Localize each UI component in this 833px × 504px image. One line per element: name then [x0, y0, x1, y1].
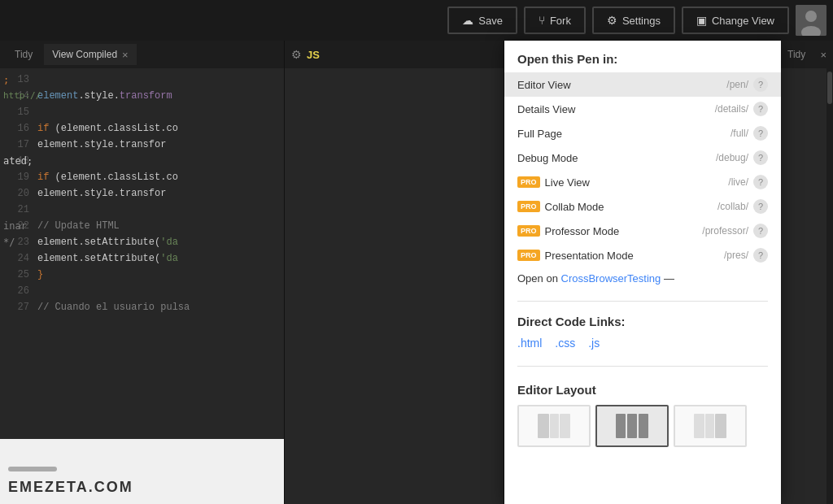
pro-badge: PRO: [517, 250, 540, 261]
code-line: 18: [0, 153, 284, 169]
help-icon[interactable]: ?: [753, 175, 768, 189]
help-icon[interactable]: ?: [753, 102, 768, 116]
dropdown-item-professor-mode[interactable]: PRO Professor Mode /professor/ ?: [504, 219, 781, 243]
settings-button[interactable]: ⚙ Settings: [592, 7, 675, 34]
details-view-path: /details/: [715, 103, 748, 115]
help-icon[interactable]: ?: [753, 77, 768, 92]
js-link[interactable]: .js: [588, 337, 600, 350]
change-view-label: Change View: [712, 15, 774, 27]
live-view-label: Live View: [545, 176, 729, 189]
layout-center-icon: [616, 414, 648, 438]
gear-icon[interactable]: ⚙: [291, 48, 302, 61]
right-panel-header: Tidy ×: [781, 41, 833, 68]
right-tidy-label[interactable]: Tidy: [787, 49, 805, 60]
code-line: 23 element.setAttribute('da: [0, 234, 284, 250]
view-compiled-label: View Compiled: [52, 49, 117, 60]
layout-left-button[interactable]: [517, 405, 591, 447]
full-page-path: /full/: [731, 128, 748, 139]
svg-rect-3: [538, 414, 549, 438]
avatar[interactable]: [796, 5, 826, 36]
right-close-button[interactable]: ×: [820, 49, 826, 61]
pro-badge: PRO: [517, 225, 540, 237]
scrollbar-vertical[interactable]: [826, 68, 833, 504]
site-label: EMEZETA.COM: [8, 479, 133, 496]
code-line: 25 }: [0, 267, 284, 283]
collab-mode-label: Collab Mode: [545, 201, 717, 213]
fork-button[interactable]: ⑂ Fork: [524, 7, 586, 34]
fork-label: Fork: [550, 15, 571, 27]
cross-browser-testing-link[interactable]: CrossBrowserTesting: [561, 272, 661, 285]
dropdown-item-full-page[interactable]: Full Page /full/ ?: [504, 121, 781, 146]
cross-browser-link[interactable]: Open on CrossBrowserTesting —: [504, 267, 781, 294]
preview-strip: EMEZETA.COM: [0, 439, 284, 504]
editor-area: Tidy View Compiled × 13 14 element.style…: [0, 41, 833, 504]
svg-rect-7: [627, 414, 637, 438]
pro-badge: PRO: [517, 176, 540, 188]
svg-rect-6: [616, 414, 626, 438]
code-line: 22 // Update HTML: [0, 218, 284, 234]
divider: [517, 301, 768, 302]
code-line: 15: [0, 104, 284, 120]
divider: [517, 366, 768, 367]
dropdown-item-collab-mode[interactable]: PRO Collab Mode /collab/ ?: [504, 194, 781, 219]
fork-icon: ⑂: [539, 14, 545, 27]
close-button[interactable]: ×: [122, 49, 129, 61]
dropdown-item-presentation-mode[interactable]: PRO Presentation Mode /pres/ ?: [504, 243, 781, 267]
dropdown-item-details-view[interactable]: Details View /details/ ?: [504, 97, 781, 121]
html-link[interactable]: .html: [517, 337, 542, 350]
help-icon[interactable]: ?: [753, 199, 768, 214]
pro-badge: PRO: [517, 201, 540, 212]
dropdown-item-live-view[interactable]: PRO Live View /live/ ?: [504, 170, 781, 194]
open-pen-title: Open this Pen in:: [504, 41, 781, 72]
help-icon[interactable]: ?: [753, 126, 768, 141]
save-button[interactable]: ☁ Save: [447, 7, 517, 34]
code-links-row: .html .css .js: [517, 333, 768, 353]
code-line: 24 element.setAttribute('da: [0, 250, 284, 267]
layout-center-button[interactable]: [595, 405, 669, 447]
scrollbar-horizontal[interactable]: [8, 467, 57, 471]
svg-rect-11: [715, 414, 726, 438]
dropdown-item-debug-mode[interactable]: Debug Mode /debug/ ?: [504, 146, 781, 170]
dropdown-panel: Open this Pen in: Editor View /pen/ ? De…: [504, 41, 781, 504]
settings-label: Settings: [622, 15, 661, 27]
professor-mode-label: Professor Mode: [545, 225, 703, 237]
topbar: ☁ Save ⑂ Fork ⚙ Settings ▣ Change View: [0, 0, 833, 41]
full-page-label: Full Page: [517, 128, 731, 140]
svg-rect-4: [550, 414, 559, 438]
code-line: 26: [0, 283, 284, 299]
code-line: 17 element.style.transfor: [0, 137, 284, 153]
layout-right-button[interactable]: [674, 405, 747, 447]
help-icon[interactable]: ?: [753, 248, 768, 263]
tidy-button[interactable]: Tidy: [7, 44, 41, 65]
js-panel-label: JS: [307, 49, 320, 61]
debug-mode-label: Debug Mode: [517, 152, 716, 164]
presentation-mode-label: Presentation Mode: [545, 250, 724, 262]
help-icon[interactable]: ?: [753, 224, 768, 238]
live-view-path: /live/: [728, 176, 748, 188]
direct-code-title: Direct Code Links:: [517, 315, 768, 328]
change-view-button[interactable]: ▣ Change View: [682, 7, 789, 34]
scrollbar-thumb: [827, 72, 832, 104]
code-line: 14 element.style.transform: [0, 88, 284, 104]
code-line: 16 if (element.classList.co: [0, 120, 284, 137]
professor-mode-path: /professor/: [702, 225, 748, 237]
dropdown-item-editor-view[interactable]: Editor View /pen/ ?: [504, 72, 781, 97]
code-line: 13: [0, 72, 284, 88]
editor-view-label: Editor View: [517, 79, 726, 91]
js-code-editor[interactable]: [285, 68, 504, 504]
css-link[interactable]: .css: [555, 337, 575, 350]
debug-mode-path: /debug/: [716, 152, 748, 163]
code-line: 19 if (element.classList.co: [0, 169, 284, 185]
view-compiled-tab[interactable]: View Compiled ×: [44, 44, 136, 65]
editor-view-path: /pen/: [726, 79, 748, 90]
layout-options: [517, 405, 768, 447]
svg-point-1: [805, 11, 817, 22]
svg-rect-10: [705, 414, 714, 438]
code-line: 21: [0, 202, 284, 218]
help-icon[interactable]: ?: [753, 150, 768, 165]
collab-mode-path: /collab/: [717, 201, 748, 212]
css-panel-header: Tidy View Compiled ×: [0, 41, 284, 68]
settings-icon: ⚙: [607, 14, 617, 27]
editor-layout-section: Editor Layout: [504, 373, 781, 457]
svg-rect-8: [639, 414, 648, 438]
